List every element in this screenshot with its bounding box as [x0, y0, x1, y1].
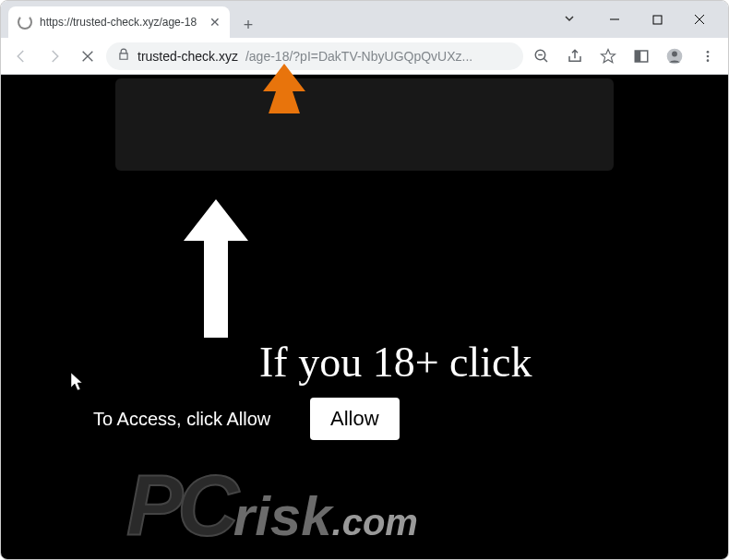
watermark-com: .com — [332, 502, 418, 543]
svg-point-10 — [707, 54, 710, 57]
subtext: To Access, click Allow — [93, 409, 270, 430]
sidepanel-icon[interactable] — [627, 42, 656, 71]
cursor-icon — [70, 372, 85, 396]
svg-point-8 — [672, 51, 677, 56]
orange-pointer-icon — [257, 62, 311, 119]
menu-icon[interactable] — [693, 42, 723, 71]
stop-reload-button[interactable] — [73, 42, 102, 71]
lock-icon — [117, 48, 130, 64]
bookmark-icon[interactable] — [593, 42, 623, 71]
browser-toolbar: trusted-check.xyz/age-18/?pI=DakTV-NbyUG… — [1, 38, 728, 75]
window-controls — [564, 5, 721, 34]
tab-title: https://trusted-check.xyz/age-18 — [40, 16, 202, 29]
loading-spinner-icon — [18, 15, 32, 30]
forward-button[interactable] — [40, 42, 69, 71]
close-tab-icon[interactable]: ✕ — [209, 15, 221, 30]
watermark-risk: risk — [233, 484, 332, 548]
browser-tab[interactable]: https://trusted-check.xyz/age-18 ✕ — [8, 6, 230, 38]
close-window-button[interactable] — [678, 5, 721, 34]
svg-line-3 — [544, 58, 547, 62]
titlebar: https://trusted-check.xyz/age-18 ✕ + — [1, 1, 728, 38]
svg-point-9 — [707, 51, 710, 54]
svg-rect-6 — [635, 51, 640, 62]
watermark: PC risk .com — [126, 458, 418, 554]
notification-popup-shadow — [115, 78, 614, 171]
svg-point-11 — [707, 59, 710, 62]
share-icon[interactable] — [560, 42, 590, 71]
back-button[interactable] — [6, 42, 36, 71]
zoom-icon[interactable] — [527, 42, 556, 71]
allow-button[interactable]: Allow — [310, 398, 400, 440]
chevron-down-icon[interactable] — [564, 11, 575, 28]
arrow-up-icon — [174, 190, 257, 351]
url-domain: trusted-check.xyz — [137, 49, 238, 64]
address-bar[interactable]: trusted-check.xyz/age-18/?pI=DakTV-NbyUG… — [106, 42, 523, 70]
svg-rect-1 — [653, 16, 662, 24]
watermark-pc: PC — [126, 458, 233, 554]
new-tab-button[interactable]: + — [235, 12, 261, 38]
profile-icon[interactable] — [660, 42, 689, 71]
minimize-button[interactable] — [593, 5, 636, 34]
headline-text: If you 18+ click — [259, 338, 532, 387]
maximize-button[interactable] — [636, 5, 678, 34]
page-content: If you 18+ click To Access, click Allow … — [1, 75, 728, 559]
